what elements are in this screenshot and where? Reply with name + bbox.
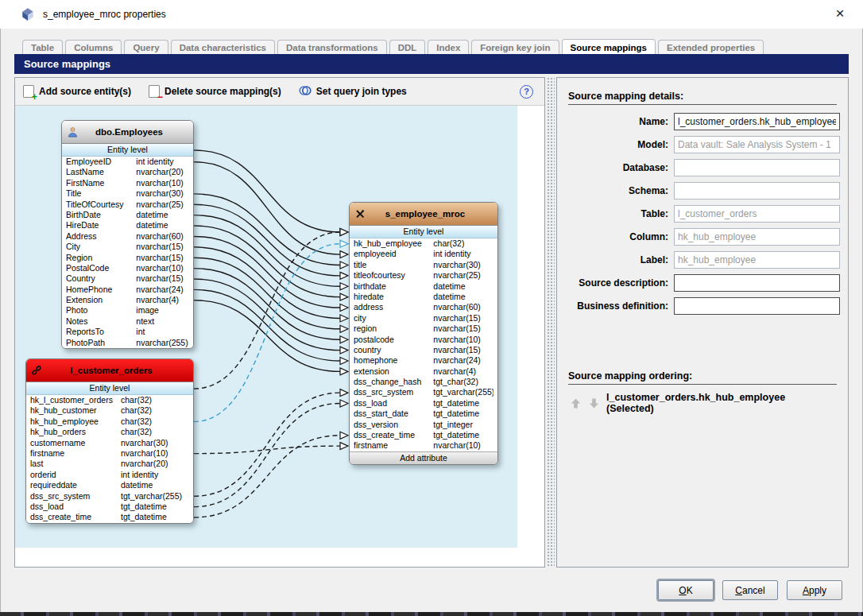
attr-row[interactable]: dss_start_datetgt_datetime — [350, 409, 497, 419]
mapping-wire[interactable] — [194, 204, 340, 276]
attr-row[interactable]: Citynvarchar(15) — [62, 242, 193, 252]
attr-row[interactable]: Addressnvarchar(60) — [62, 231, 193, 242]
name-input[interactable] — [674, 113, 840, 130]
mapping-wire[interactable] — [194, 279, 340, 351]
attr-row[interactable]: hiredatedatetime — [350, 292, 497, 302]
move-down-icon[interactable] — [588, 397, 600, 409]
attr-row[interactable]: citynvarchar(15) — [350, 313, 497, 323]
mapping-wire[interactable] — [194, 150, 340, 232]
attr-row[interactable]: birthdatedatetime — [350, 281, 497, 292]
tab-table[interactable]: Table — [22, 40, 63, 54]
attr-row[interactable]: FirstNamenvarchar(10) — [62, 178, 193, 188]
attr-row[interactable]: PostalCodenvarchar(10) — [62, 263, 193, 273]
tab-data-transformations[interactable]: Data transformations — [277, 40, 387, 54]
attr-row[interactable]: addressnvarchar(60) — [350, 302, 497, 312]
entity-title: dbo.Employees — [83, 127, 193, 137]
mapping-wire[interactable] — [194, 236, 340, 308]
attr-row[interactable]: titlenvarchar(30) — [350, 260, 497, 270]
close-icon[interactable]: × — [830, 3, 850, 24]
attr-row[interactable]: BirthDatedatetime — [62, 210, 193, 220]
delete-source-mapping-button[interactable]: − Delete source mapping(s) — [149, 85, 281, 98]
schema-input — [674, 182, 840, 200]
mapping-wire[interactable] — [194, 446, 340, 454]
attr-row[interactable]: dss_versiontgt_integer — [350, 420, 497, 430]
attr-row[interactable]: hk_hub_employeechar(32) — [350, 238, 497, 249]
panel-splitter[interactable] — [547, 77, 555, 568]
attr-row[interactable]: dss_create_timetgt_datetime — [26, 512, 193, 522]
arrow-head-icon — [340, 251, 348, 258]
attr-row[interactable]: hk_hub_employeechar(32) — [26, 416, 193, 427]
business-definition-input[interactable] — [674, 297, 840, 315]
attr-row[interactable]: TitleOfCourtesynvarchar(25) — [62, 200, 193, 210]
attr-row[interactable]: Countrynvarchar(15) — [62, 273, 193, 284]
help-icon[interactable]: ? — [520, 85, 533, 99]
attr-row[interactable]: dss_create_timetgt_datetime — [350, 430, 497, 440]
tab-extended-properties[interactable]: Extended properties — [658, 40, 764, 54]
attr-row[interactable]: PhotoPathnvarchar(255) — [62, 338, 193, 348]
attr-row[interactable]: firstnamenvarchar(10) — [26, 448, 193, 459]
attr-row[interactable]: homephonenvarchar(24) — [350, 355, 497, 366]
attr-row[interactable]: requireddatedatetime — [26, 480, 193, 490]
set-query-join-types-button[interactable]: Set query join types — [299, 85, 407, 99]
mapping-wire[interactable] — [194, 226, 340, 297]
attr-row[interactable]: hk_hub_customerchar(32) — [26, 405, 193, 416]
attr-row[interactable]: Notesntext — [62, 316, 193, 327]
entity-dbo-employees[interactable]: dbo.EmployeesEntity levelEmployeeIDint i… — [61, 120, 194, 349]
attr-row[interactable]: postalcodenvarchar(10) — [350, 335, 497, 345]
attr-row[interactable]: dss_src_systemtgt_varchar(255) — [26, 491, 193, 502]
apply-button[interactable]: Apply — [787, 580, 842, 600]
attr-row[interactable]: extensionnvarchar(4) — [350, 366, 497, 377]
cancel-button[interactable]: Cancel — [722, 580, 778, 600]
mapping-wire[interactable] — [194, 269, 340, 340]
ordering-item[interactable]: l_customer_orders.hk_hub_employee (Selec… — [606, 392, 835, 414]
attr-row[interactable]: titleofcourtesynvarchar(25) — [350, 270, 497, 281]
attr-row[interactable]: dss_loadtgt_datetime — [26, 502, 193, 512]
attr-row[interactable]: orderidint identity — [26, 470, 193, 480]
attr-row[interactable]: HomePhonenvarchar(24) — [62, 285, 193, 295]
add-source-entity-button[interactable]: + Add source entity(s) — [23, 85, 131, 98]
source-description-input[interactable] — [674, 274, 840, 292]
entity-s-employee-mroc[interactable]: s_employee_mrocEntity levelhk_hub_employ… — [349, 202, 498, 465]
arrow-head-icon — [340, 347, 348, 354]
mapping-wire[interactable] — [194, 436, 340, 517]
tab-ddl[interactable]: DDL — [389, 40, 426, 54]
attr-row[interactable]: dss_loadtgt_datetime — [350, 398, 497, 409]
attr-row[interactable]: Titlenvarchar(30) — [62, 188, 193, 199]
ok-button[interactable]: OK — [658, 580, 714, 600]
attr-row[interactable]: LastNamenvarchar(20) — [62, 167, 193, 177]
attr-row[interactable]: hk_hub_orderschar(32) — [26, 427, 193, 437]
tab-foreign-key-join[interactable]: Foreign key join — [471, 40, 559, 54]
attr-row[interactable]: regionnvarchar(15) — [350, 323, 497, 334]
join-types-icon — [299, 85, 312, 99]
mapping-wire[interactable] — [194, 215, 340, 287]
mapping-wire[interactable] — [194, 258, 340, 329]
mapping-wire[interactable] — [194, 393, 340, 496]
mapping-canvas[interactable]: dbo.EmployeesEntity levelEmployeeIDint i… — [15, 106, 517, 548]
attr-row[interactable]: ReportsToint — [62, 327, 193, 337]
attr-row[interactable]: lastnvarchar(20) — [26, 459, 193, 469]
attr-row[interactable]: customernamenvarchar(30) — [26, 438, 193, 448]
attr-row[interactable]: Photoimage — [62, 305, 193, 316]
attr-row[interactable]: Extensionnvarchar(4) — [62, 295, 193, 305]
tab-columns[interactable]: Columns — [65, 40, 122, 54]
attr-row[interactable]: dss_src_systemtgt_varchar(255) — [350, 387, 497, 397]
attr-row[interactable]: countrynvarchar(15) — [350, 345, 497, 355]
attr-row[interactable]: Regionnvarchar(15) — [62, 253, 193, 263]
attr-row[interactable]: employeeidint identity — [350, 249, 497, 259]
tab-data-characteristics[interactable]: Data characteristics — [171, 40, 275, 54]
tab-query[interactable]: Query — [124, 40, 168, 54]
tab-index[interactable]: Index — [428, 40, 469, 54]
entity-l-customer-orders[interactable]: l_customer_ordersEntity levelhk_l_custom… — [25, 358, 194, 524]
mapping-wire[interactable] — [194, 289, 340, 361]
mapping-wire[interactable] — [194, 232, 340, 389]
attr-row[interactable]: HireDatedatetime — [62, 220, 193, 231]
tab-source-mappings[interactable]: Source mappings — [562, 39, 656, 54]
mapping-wire[interactable] — [194, 247, 340, 319]
attr-row[interactable]: firstnamenvarchar(10) — [350, 440, 497, 451]
attr-row[interactable]: EmployeeIDint identity — [62, 157, 193, 167]
attr-row[interactable]: dss_change_hashtgt_char(32) — [350, 377, 497, 387]
add-attribute-button[interactable]: Add attribute — [350, 451, 497, 464]
attr-row[interactable]: hk_l_customer_orderschar(32) — [26, 395, 193, 405]
move-up-icon[interactable] — [570, 397, 582, 409]
mapping-wire[interactable] — [194, 404, 340, 507]
